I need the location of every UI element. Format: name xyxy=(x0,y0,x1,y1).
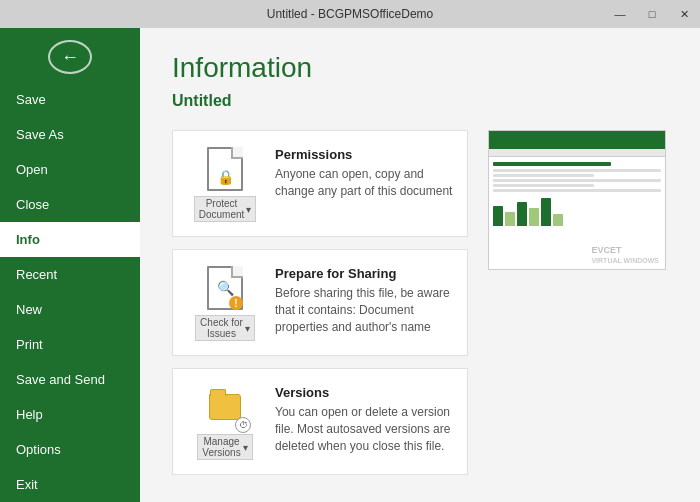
manage-versions-label: ManageVersions xyxy=(202,436,240,458)
versions-icon-box: ⏱ ManageVersions ▾ xyxy=(187,383,263,460)
permissions-info-text: Permissions Anyone can open, copy and ch… xyxy=(275,145,453,200)
document-thumbnail: EVCETVIRTUAL WINDOWS xyxy=(488,130,666,270)
thumbnail-area: EVCETVIRTUAL WINDOWS xyxy=(488,130,668,487)
protect-doc-icon: 🔒 xyxy=(207,147,243,191)
sidebar-item-new[interactable]: New xyxy=(0,292,140,327)
sidebar-item-close[interactable]: Close xyxy=(0,187,140,222)
thumb-bar-2 xyxy=(505,212,515,226)
sidebar-item-recent[interactable]: Recent xyxy=(0,257,140,292)
magnify-icon: 🔍 xyxy=(217,280,234,296)
sidebar-item-open[interactable]: Open xyxy=(0,152,140,187)
permissions-icon-shape: 🔒 xyxy=(205,145,245,193)
title-bar: Untitled - BCGPMSOfficeDemo — □ ✕ xyxy=(0,0,700,28)
sidebar-item-info[interactable]: Info xyxy=(0,222,140,257)
dropdown-arrow3: ▾ xyxy=(243,442,248,453)
protect-document-button[interactable]: ProtectDocument ▾ xyxy=(194,196,257,222)
versions-desc: You can open or delete a version file. M… xyxy=(275,404,453,454)
protect-label: ProtectDocument xyxy=(199,198,245,220)
check-issues-button[interactable]: Check forIssues ▾ xyxy=(195,315,255,341)
info-sections: 🔒 ProtectDocument ▾ Permissions Anyone c… xyxy=(172,130,468,487)
versions-card: ⏱ ManageVersions ▾ Versions You can open… xyxy=(172,368,468,475)
sidebar: ← Save Save As Open Close Info Recent Ne… xyxy=(0,28,140,502)
watermark: EVCETVIRTUAL WINDOWS xyxy=(591,245,659,265)
thumb-bar-5 xyxy=(541,198,551,226)
thumb-bar-3 xyxy=(517,202,527,226)
page-title: Information xyxy=(172,52,668,84)
prepare-sharing-info-text: Prepare for Sharing Before sharing this … xyxy=(275,264,453,335)
document-name: Untitled xyxy=(172,92,668,110)
folder-icon xyxy=(209,394,241,420)
thumb-row-1 xyxy=(493,169,661,172)
main-content: Information Untitled 🔒 xyxy=(140,28,700,502)
manage-versions-icon-shape: ⏱ xyxy=(205,383,245,431)
versions-title: Versions xyxy=(275,385,453,400)
thumb-toolbar xyxy=(489,149,665,157)
permissions-title: Permissions xyxy=(275,147,453,162)
thumb-bar-4 xyxy=(529,208,539,226)
window-title: Untitled - BCGPMSOfficeDemo xyxy=(267,7,434,21)
permissions-card: 🔒 ProtectDocument ▾ Permissions Anyone c… xyxy=(172,130,468,237)
thumb-bar-1 xyxy=(493,206,503,226)
sidebar-item-help[interactable]: Help xyxy=(0,397,140,432)
thumb-row-5 xyxy=(493,189,661,192)
sidebar-item-save-as[interactable]: Save As xyxy=(0,117,140,152)
clock-icon: ⏱ xyxy=(235,417,251,433)
permissions-icon-box: 🔒 ProtectDocument ▾ xyxy=(187,145,263,222)
window-controls: — □ ✕ xyxy=(604,0,700,28)
thumb-title-row xyxy=(493,162,611,166)
versions-info-text: Versions You can open or delete a versio… xyxy=(275,383,453,454)
app-container: ← Save Save As Open Close Info Recent Ne… xyxy=(0,28,700,502)
sidebar-item-print[interactable]: Print xyxy=(0,327,140,362)
thumb-row-2 xyxy=(493,174,594,177)
close-button[interactable]: ✕ xyxy=(668,0,700,28)
dropdown-arrow2: ▾ xyxy=(245,323,250,334)
lock-icon: 🔒 xyxy=(217,169,234,185)
thumb-row-4 xyxy=(493,184,594,187)
sidebar-item-save[interactable]: Save xyxy=(0,82,140,117)
sidebar-item-options[interactable]: Options xyxy=(0,432,140,467)
prepare-sharing-icon-box: 🔍 ! Check forIssues ▾ xyxy=(187,264,263,341)
exclamation-badge: ! xyxy=(229,296,243,310)
dropdown-arrow: ▾ xyxy=(246,204,251,215)
manage-versions-button[interactable]: ManageVersions ▾ xyxy=(197,434,252,460)
check-issues-icon-shape: 🔍 ! xyxy=(205,264,245,312)
thumb-chart xyxy=(493,196,661,226)
back-arrow-icon: ← xyxy=(61,48,79,66)
thumb-bar-6 xyxy=(553,214,563,226)
thumb-row-3 xyxy=(493,179,661,182)
content-row: 🔒 ProtectDocument ▾ Permissions Anyone c… xyxy=(172,130,668,487)
minimize-button[interactable]: — xyxy=(604,0,636,28)
back-button[interactable]: ← xyxy=(48,40,92,74)
prepare-sharing-title: Prepare for Sharing xyxy=(275,266,453,281)
sidebar-item-save-and-send[interactable]: Save and Send xyxy=(0,362,140,397)
check-issues-label: Check forIssues xyxy=(200,317,243,339)
thumb-body xyxy=(489,157,665,229)
sidebar-item-exit[interactable]: Exit xyxy=(0,467,140,502)
thumb-header-bar xyxy=(489,131,665,149)
prepare-sharing-card: 🔍 ! Check forIssues ▾ Prepare for Sharin… xyxy=(172,249,468,356)
permissions-desc: Anyone can open, copy and change any par… xyxy=(275,166,453,200)
maximize-button[interactable]: □ xyxy=(636,0,668,28)
prepare-sharing-desc: Before sharing this file, be aware that … xyxy=(275,285,453,335)
